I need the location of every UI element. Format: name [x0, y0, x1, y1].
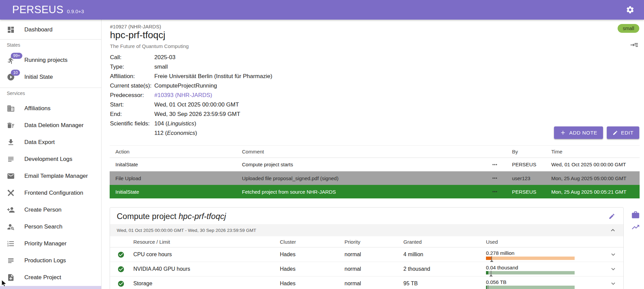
detail-value: Wed, 30 Sep 2026 23:59:59 GMT [154, 110, 240, 119]
more-options-button[interactable] [491, 174, 499, 182]
sidebar-item-label: Affiliations [24, 105, 50, 112]
detail-value: ComputeProjectRunning [154, 81, 217, 91]
usage-marker [491, 256, 492, 260]
sidebar-item-data-deletion-manager[interactable]: Data Deletion Manager [0, 117, 101, 134]
read-more-button[interactable] [630, 41, 639, 49]
card-title-project-name: hpc-prf-tfoqcj [179, 212, 226, 221]
sidebar-item-project-search[interactable]: Project Search [0, 286, 101, 289]
compute-project-card: Compute project hpc-prf-tfoqcj Wed, 01 O… [110, 207, 624, 289]
sidebar-item-create-person[interactable]: Create Person [0, 201, 101, 218]
predecessor-link[interactable]: #10393 (NHR-JARDS) [154, 91, 212, 100]
sidebar-item-priority-manager[interactable]: Priority Manager [0, 235, 101, 252]
edit-button[interactable]: EDIT [607, 126, 639, 139]
expand-row-button[interactable] [603, 280, 623, 287]
page-title: hpc-prf-tfoqcj [110, 30, 165, 41]
plus-icon [560, 129, 566, 136]
sidebar-item-dashboard[interactable]: Dashboard [0, 22, 101, 37]
app-version: 0.9.0+3 [67, 8, 84, 14]
history-table: Action Comment By Time InitalState Compu… [110, 145, 640, 198]
envelope-icon [7, 172, 15, 180]
person-add-icon [7, 206, 15, 214]
project-subtitle: The Future of Quantum Computing [110, 43, 189, 49]
sidebar-item-production-logs[interactable]: Production Logs [0, 252, 101, 269]
detail-value: 2025-03 [154, 53, 175, 62]
logs-icon [7, 257, 15, 265]
sidebar-item-label: Data Export [24, 139, 55, 146]
settings-button[interactable] [625, 5, 635, 15]
dashboard-icon [7, 26, 15, 34]
sidebar-item-label: Person Search [24, 223, 62, 230]
column-header: Priority [337, 239, 396, 245]
sidebar-item-initial-state[interactable]: 10 Initial State [0, 69, 101, 86]
detail-label: Type: [110, 62, 154, 72]
detail-label: Start: [110, 100, 154, 110]
more-options-button[interactable] [491, 161, 499, 168]
usage-marker [491, 271, 491, 275]
date-range-bar: Wed, 01 Oct 2025 00:00:00 GMT - Wed, 30 … [110, 224, 623, 236]
sidebar-item-label: Data Deletion Manager [24, 122, 84, 129]
expand-row-button[interactable] [603, 265, 623, 273]
count-badge: 10 [11, 70, 20, 76]
check-circle-icon [117, 280, 125, 287]
detail-label: Scientific fields: [110, 119, 154, 128]
column-header: Granted [396, 239, 479, 245]
download-icon [7, 138, 15, 146]
action-buttons: ADD NOTE EDIT [554, 126, 639, 139]
project-id: #10927 (NHR-JARDS) [110, 24, 161, 29]
file-add-icon [7, 273, 15, 282]
main-content: #10927 (NHR-JARDS) hpc-prf-tfoqcj The Fu… [102, 20, 644, 289]
sidebar-item-data-export[interactable]: Data Export [0, 134, 101, 151]
table-row[interactable]: File Upload Uploaded file proposal_signe… [110, 171, 640, 185]
sidebar-item-label: Running projects [24, 57, 68, 64]
briefcase-icon [631, 211, 640, 219]
collapse-button[interactable] [609, 226, 617, 234]
expand-row-button[interactable] [603, 251, 623, 258]
usage-bar [486, 286, 575, 289]
type-badge: small [618, 24, 639, 33]
detail-label: Call: [110, 53, 154, 62]
sidebar-item-create-project[interactable]: Create Project [0, 269, 101, 286]
chevron-down-icon [609, 251, 617, 258]
logs-icon [7, 155, 15, 163]
sidebar-section-services: Services [0, 88, 101, 100]
chevron-down-icon [609, 280, 617, 287]
usage-bar [486, 271, 575, 274]
resource-row[interactable]: Storage Hades normal 95 TB 0.056 TB [110, 276, 623, 289]
detail-value: small [154, 62, 168, 72]
table-row[interactable]: InitalState Compute project starts PERSE… [110, 158, 640, 171]
sidebar-item-person-search[interactable]: Person Search [0, 218, 101, 235]
pencil-icon [608, 213, 615, 220]
sidebar-item-label: Initial State [24, 74, 53, 80]
more-horiz-icon [491, 188, 498, 195]
usage-chart-button[interactable] [631, 223, 640, 232]
more-options-button[interactable] [491, 188, 499, 195]
add-note-button[interactable]: ADD NOTE [554, 126, 603, 139]
sidebar-item-label: Create Person [24, 207, 62, 213]
used-cell: 0.278 million [479, 249, 603, 260]
more-horiz-icon [491, 175, 498, 182]
resource-row[interactable]: CPU core hours Hades normal 4 million 0.… [110, 247, 623, 262]
sidebar-item-affiliations[interactable]: Affiliations [0, 100, 101, 117]
sidebar-item-email-template-manager[interactable]: Email Template Manager [0, 168, 101, 185]
sidebar-item-running-projects[interactable]: 99+ Running projects [0, 52, 101, 69]
sidebar-item-frontend-configuration[interactable]: Frontend Configuration [0, 185, 101, 201]
chevron-up-icon [609, 226, 617, 234]
sidebar-item-development-logs[interactable]: Development Logs [0, 151, 101, 168]
sidebar-section-states: States [0, 40, 101, 52]
gear-icon [626, 5, 635, 14]
detail-value: Wed, 01 Oct 2025 00:00:00 GMT [154, 100, 239, 110]
detail-label: End: [110, 110, 154, 119]
used-cell: 0.056 TB [479, 278, 603, 289]
read-more-icon [630, 41, 639, 49]
used-cell: 0.04 thousand [479, 264, 603, 274]
trending-up-icon [631, 223, 640, 232]
delete-sweep-icon [7, 121, 15, 129]
app-bar: PERSEUS 0.9.0+3 [0, 0, 644, 20]
resource-row[interactable]: NVIDIA A40 GPU hours Hades normal 2 thou… [110, 262, 623, 276]
edit-compute-project-button[interactable] [608, 212, 615, 219]
briefcase-button[interactable] [631, 211, 640, 219]
resource-table-header: Resource / Limit Cluster Priority Grante… [110, 236, 623, 247]
sidebar-item-label: Priority Manager [24, 240, 67, 247]
pencil-icon [613, 130, 618, 136]
table-row[interactable]: InitialState Fetched project from source… [110, 185, 640, 198]
